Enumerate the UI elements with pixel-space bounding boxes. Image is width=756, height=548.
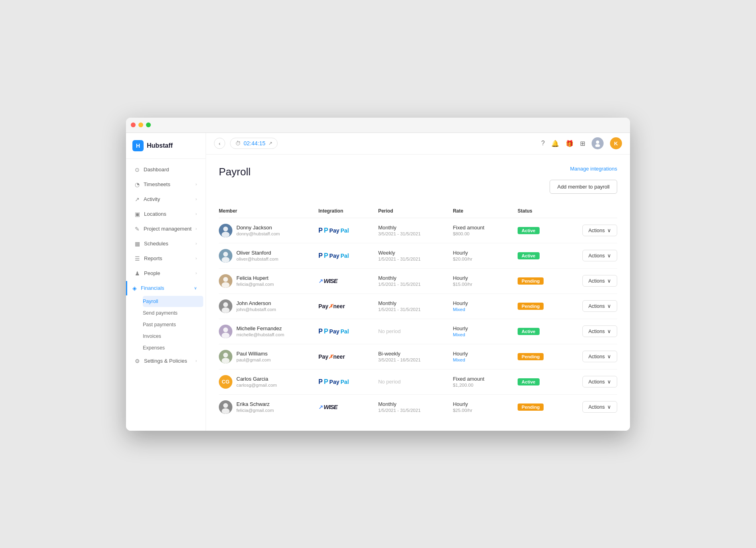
actions-button[interactable]: Actions ∨	[582, 376, 617, 387]
actions-cell: Actions ∨	[568, 376, 618, 387]
integration-cell: ↗WISE	[318, 277, 378, 284]
chevron-down-icon: ∨	[607, 353, 611, 359]
bell-icon[interactable]: 🔔	[551, 140, 559, 147]
chevron-down-icon: ∨	[607, 303, 611, 309]
back-button[interactable]: ‹	[214, 138, 225, 149]
status-cell: Active	[518, 327, 568, 335]
sidebar-item-settings[interactable]: ⚙ Settings & Policies ›	[128, 354, 203, 368]
question-icon[interactable]: ?	[541, 140, 545, 147]
actions-button[interactable]: Actions ∨	[582, 250, 617, 261]
sidebar-item-project-management[interactable]: ✎ Project management ›	[128, 222, 203, 236]
sidebar-label-project-management: Project management	[144, 226, 192, 232]
topbar: ‹ ⏱ 02:44:15 ↗ ? 🔔 🎁 ⊞ K	[206, 133, 630, 155]
sidebar-item-invoices[interactable]: Invoices	[143, 331, 203, 342]
table-row: Paul Williamspaul@gmail.com Pay✗neer Bi-…	[219, 344, 617, 369]
status-cell: Active	[518, 378, 568, 385]
page-header: Payroll Manage integrations Add member t…	[219, 166, 617, 194]
svg-point-5	[222, 257, 230, 263]
sidebar-item-payroll[interactable]: Payroll	[143, 296, 203, 307]
sidebar-item-dashboard[interactable]: ⊙ Dashboard	[128, 163, 203, 177]
org-avatar[interactable]: K	[610, 137, 622, 149]
add-member-button[interactable]: Add member to payroll	[550, 180, 617, 194]
member-cell: Michelle Fernandezmichelle@hubstaff.com	[219, 325, 318, 338]
member-info: Oliver Stanfordoliver@hubstaff.com	[236, 250, 278, 261]
col-member: Member	[219, 208, 318, 214]
sidebar-item-people[interactable]: ♟ People ›	[128, 266, 203, 281]
avatar	[219, 249, 232, 263]
svg-point-7	[222, 282, 230, 288]
member-cell: Oliver Stanfordoliver@hubstaff.com	[219, 249, 318, 263]
svg-point-10	[223, 327, 228, 332]
integration-cell: Pay✗neer	[318, 303, 378, 310]
status-badge: Active	[518, 252, 540, 259]
chevron-down-icon: ∨	[607, 227, 611, 233]
chevron-icon: ›	[196, 359, 197, 363]
manage-integrations-link[interactable]: Manage integrations	[570, 166, 617, 172]
sidebar-label-schedules: Schedules	[144, 241, 168, 247]
actions-button[interactable]: Actions ∨	[582, 325, 617, 337]
member-info: Paul Williamspaul@gmail.com	[236, 351, 271, 362]
grid-icon[interactable]: ⊞	[580, 140, 585, 147]
timer-icon: ⏱	[235, 140, 241, 147]
sidebar-item-activity[interactable]: ↗ Activity ›	[128, 192, 203, 207]
actions-button[interactable]: Actions ∨	[582, 300, 617, 312]
svg-point-14	[223, 403, 228, 408]
table-row: Felicia Hupertfelicia@gmail.com ↗WISE Mo…	[219, 269, 617, 294]
sidebar-label-dashboard: Dashboard	[144, 167, 169, 173]
sidebar-item-locations[interactable]: ▣ Locations ›	[128, 207, 203, 221]
sidebar-item-schedules[interactable]: ▦ Schedules ›	[128, 237, 203, 251]
actions-button[interactable]: Actions ∨	[582, 225, 617, 236]
sidebar-label-settings: Settings & Policies	[144, 358, 187, 364]
maximize-button[interactable]	[146, 122, 151, 127]
sidebar-item-financials[interactable]: ◈ Financials ∨	[126, 281, 203, 295]
sidebar-label-people: People	[144, 270, 160, 276]
svg-point-11	[222, 333, 230, 338]
user-avatar[interactable]	[592, 137, 604, 149]
actions-button[interactable]: Actions ∨	[582, 401, 617, 413]
status-cell: Pending	[518, 277, 568, 285]
sidebar-item-past-payments[interactable]: Past payments	[143, 319, 203, 330]
timer-widget[interactable]: ⏱ 02:44:15 ↗	[230, 138, 278, 149]
period-cell: Monthly1/5/2021 - 31/5/2021	[378, 275, 453, 287]
actions-button[interactable]: Actions ∨	[582, 351, 617, 362]
rate-cell: Fixed amount$800.00	[453, 225, 518, 236]
timer-display: 02:44:15	[244, 140, 266, 147]
integration-cell: PP PayPal	[318, 328, 378, 335]
chevron-icon: ›	[196, 197, 197, 201]
close-button[interactable]	[131, 122, 136, 127]
table-row: John Andersonjohn@hubstaff.com Pay✗neer …	[219, 294, 617, 319]
actions-cell: Actions ∨	[568, 300, 618, 312]
sidebar-item-reports[interactable]: ☰ Reports ›	[128, 251, 203, 266]
table-row: Erika Schwarzfelicia@gmail.com ↗WISE Mon…	[219, 395, 617, 420]
page-content: Payroll Manage integrations Add member t…	[206, 155, 630, 431]
sidebar-item-send-payments[interactable]: Send payments	[143, 307, 203, 319]
sidebar-label-reports: Reports	[144, 255, 162, 261]
col-actions	[568, 208, 618, 214]
member-cell: John Andersonjohn@hubstaff.com	[219, 299, 318, 313]
member-info: Carlos Garciacarlosg@gmail.com	[236, 376, 277, 387]
col-rate: Rate	[453, 208, 518, 214]
svg-point-2	[223, 227, 228, 231]
paypal-logo: PP PayPal	[318, 328, 378, 335]
chevron-icon: ›	[196, 241, 197, 246]
avatar	[219, 325, 232, 338]
rate-cell: Hourly$20.00/hr	[453, 250, 518, 261]
sidebar-item-timesheets[interactable]: ◔ Timesheets ›	[128, 177, 203, 192]
chevron-icon: ›	[196, 182, 197, 187]
locations-icon: ▣	[135, 211, 140, 217]
period-cell: Monthly1/5/2021 - 31/5/2021	[378, 300, 453, 312]
status-badge: Pending	[518, 303, 544, 310]
wise-logo: ↗WISE	[318, 277, 378, 284]
svg-point-4	[223, 252, 228, 257]
sidebar-item-expenses[interactable]: Expenses	[143, 342, 203, 353]
minimize-button[interactable]	[138, 122, 143, 127]
svg-point-8	[223, 302, 228, 307]
traffic-lights	[131, 122, 151, 127]
svg-point-9	[222, 307, 230, 313]
gift-icon[interactable]: 🎁	[566, 140, 574, 147]
member-info: John Andersonjohn@hubstaff.com	[236, 300, 276, 312]
period-cell: Monthly3/5/2021 - 31/5/2021	[378, 225, 453, 236]
chevron-down-icon: ∨	[194, 286, 197, 290]
table-row: Donny Jacksondonny@hubstaff.com PP PayPa…	[219, 218, 617, 243]
actions-button[interactable]: Actions ∨	[582, 275, 617, 287]
